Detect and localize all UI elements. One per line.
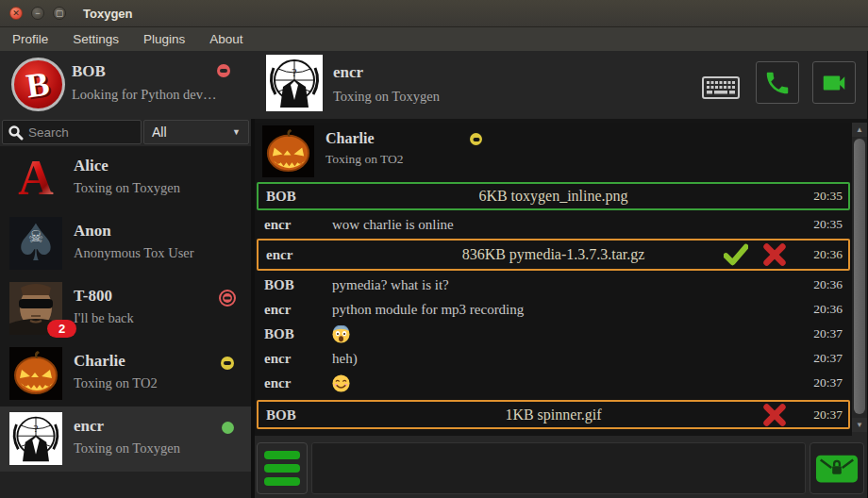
message-row: encr heh) 20:37: [257, 346, 850, 371]
encr-status-online-icon: [222, 422, 234, 434]
decline-file-button[interactable]: [763, 243, 786, 266]
menu-plugins[interactable]: Plugins: [131, 27, 197, 51]
charlie-status-away-icon: [221, 357, 234, 370]
menu-settings[interactable]: Settings: [60, 27, 131, 51]
menu-about[interactable]: About: [197, 27, 255, 51]
contact-row-encr[interactable]: ? encr Toxing on Toxygen: [0, 407, 251, 472]
anonymous-mask-logo: ?: [266, 55, 323, 111]
chat-peer-name: encr: [333, 63, 363, 82]
encr-avatar: ?: [9, 412, 62, 465]
file-transfer-row[interactable]: encr 836KB pymedia-1.3.7.3.tar.gz 20:36: [257, 239, 850, 271]
self-avatar[interactable]: B: [11, 58, 65, 111]
self-status-message[interactable]: Looking for Python dev…: [72, 87, 216, 103]
contact-row-t800[interactable]: T-800 I'll be back 2: [0, 276, 251, 341]
charlie-card-avatar: [262, 125, 314, 177]
search-icon: [8, 124, 24, 141]
alice-avatar-letter: A: [18, 154, 54, 203]
title-bar: ✕ − ▢ Toxygen: [0, 0, 868, 27]
contact-row-anon[interactable]: ♠ ☠ Anon Anonymous Tox User: [0, 211, 251, 276]
charlie-card-away-icon: [470, 133, 482, 145]
message-row: BOB 20:37: [257, 322, 850, 346]
scrollbar-thumb[interactable]: [854, 139, 865, 414]
smiling-face-emoji-icon: [332, 374, 350, 392]
message-row: BOB pymedia? what is it? 20:36: [257, 273, 850, 297]
search-input[interactable]: [28, 125, 132, 140]
t800-status-busy-icon: [219, 290, 236, 307]
message-area: Charlie Toxing on TO2 BOB 6KB toxygen_in…: [255, 123, 852, 436]
chat-peer-status-message: Toxing on Toxygen: [333, 89, 440, 105]
self-avatar-letter: B: [25, 63, 53, 106]
charlie-inline-card[interactable]: Charlie Toxing on TO2: [255, 123, 852, 179]
audio-call-button[interactable]: [756, 61, 799, 104]
chevron-down-icon: ▼: [232, 127, 241, 137]
scroll-up-arrow-icon[interactable]: ▲: [852, 123, 867, 137]
maximize-window-button[interactable]: ▢: [53, 7, 66, 20]
cancel-file-button[interactable]: [763, 404, 786, 426]
self-status-busy-icon: [217, 64, 230, 77]
video-call-button[interactable]: [812, 61, 856, 104]
phone-icon: [763, 69, 792, 97]
fearful-face-emoji-icon: [332, 325, 350, 343]
search-box[interactable]: [2, 120, 142, 144]
chat-scrollbar[interactable]: ▲ ▼: [852, 123, 867, 436]
message-row: encr wow charlie is online 20:35: [257, 212, 850, 237]
charlie-card-name: Charlie: [326, 130, 375, 147]
unread-count-badge: 2: [47, 320, 76, 338]
toxygen-window: ✕ − ▢ Toxygen Profile Settings Plugins A…: [0, 0, 868, 498]
screen-keyboard-icon[interactable]: [702, 75, 740, 105]
anon-avatar: ♠ ☠: [9, 217, 62, 270]
svg-text:?: ?: [292, 66, 296, 79]
file-name: 1KB spinner.gif: [259, 407, 848, 423]
minimize-window-button[interactable]: −: [31, 7, 44, 20]
message-row: encr python module for mp3 recording 20:…: [257, 297, 850, 322]
message-input-bar: [253, 436, 868, 498]
menu-profile[interactable]: Profile: [0, 27, 60, 51]
accept-file-button[interactable]: [724, 243, 748, 266]
chat-peer-avatar: ?: [266, 55, 323, 111]
file-transfer-row[interactable]: BOB 6KB toxygen_inline.png 20:35: [257, 182, 850, 210]
top-panel: B BOB Looking for Python dev… ? encr Tox…: [0, 51, 868, 119]
panel-divider: [251, 119, 255, 498]
search-row: All ▼: [0, 119, 251, 146]
message-row: encr 20:37: [257, 371, 850, 395]
charlie-card-status: Toxing on TO2: [326, 152, 404, 167]
message-input[interactable]: [311, 442, 806, 494]
file-name: 6KB toxygen_inline.png: [259, 188, 848, 205]
window-title: Toxygen: [83, 7, 133, 21]
self-name[interactable]: BOB: [72, 62, 106, 81]
file-transfer-row[interactable]: BOB 1KB spinner.gif 20:37: [257, 400, 850, 429]
video-camera-icon: [820, 69, 848, 97]
encrypted-envelope-icon: [815, 452, 859, 486]
skull-icon: ☠: [28, 226, 43, 246]
sidebar-bottom-filler: [0, 472, 251, 498]
alice-avatar: A: [9, 152, 62, 205]
send-message-button[interactable]: [810, 442, 864, 494]
hamburger-icon: [264, 451, 300, 459]
charlie-avatar: [9, 347, 62, 400]
menu-bar: Profile Settings Plugins About: [0, 27, 868, 51]
svg-text:?: ?: [34, 423, 39, 434]
contact-filter-dropdown[interactable]: All ▼: [143, 120, 249, 144]
scroll-down-arrow-icon[interactable]: ▼: [852, 418, 867, 432]
contact-filter-value: All: [152, 124, 167, 140]
close-window-button[interactable]: ✕: [9, 7, 23, 20]
contact-row-alice[interactable]: A Alice Toxing on Toxygen: [0, 146, 251, 211]
contact-row-charlie[interactable]: Charlie Toxing on TO2: [0, 341, 251, 407]
contact-list: A Alice Toxing on Toxygen ♠ ☠ Anon Anony…: [0, 146, 251, 498]
chat-menu-button[interactable]: [257, 442, 308, 494]
